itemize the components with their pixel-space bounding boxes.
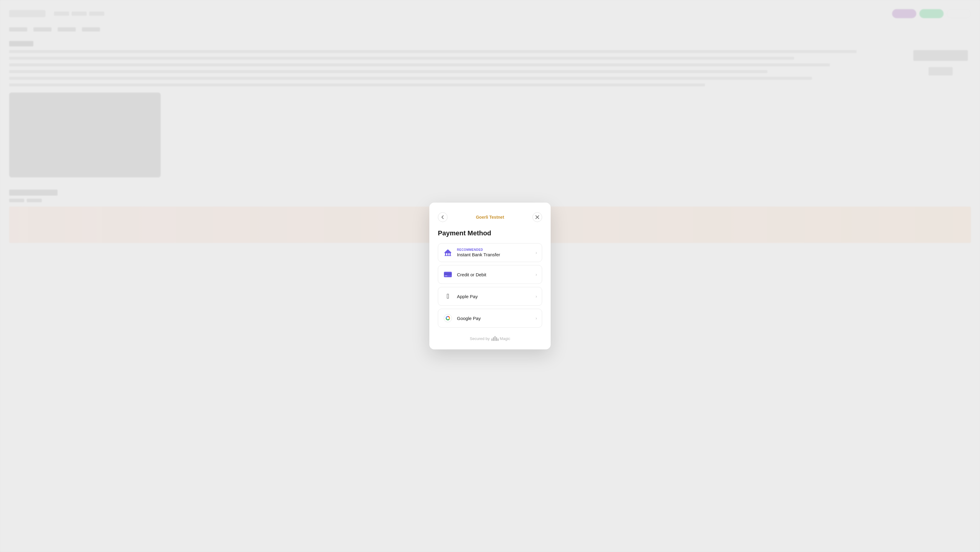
apple-pay-label-group: Apple Pay <box>457 294 536 299</box>
svg-rect-0 <box>444 252 451 253</box>
google-pay-icon <box>443 313 453 323</box>
magic-brand-name: Magic <box>500 336 510 341</box>
payment-option-credit-debit[interactable]: Credit or Debit › <box>438 265 542 284</box>
google-pay-chevron-icon: › <box>536 316 537 321</box>
modal-network-label: Goerli Testnet <box>476 215 504 220</box>
credit-debit-chevron-icon: › <box>536 272 537 277</box>
payment-options-list: RECOMMENDED Instant Bank Transfer › Cred… <box>438 243 542 328</box>
svg-rect-2 <box>447 253 449 255</box>
secured-by-text: Secured by <box>470 336 490 341</box>
svg-rect-8 <box>445 275 447 276</box>
magic-bars-icon <box>492 336 498 341</box>
close-button[interactable] <box>533 212 542 222</box>
svg-rect-1 <box>445 253 446 255</box>
svg-rect-3 <box>450 253 450 255</box>
credit-card-icon <box>443 270 453 279</box>
recommended-badge: RECOMMENDED <box>457 248 536 251</box>
payment-method-modal: Goerli Testnet Payment Method <box>430 203 550 349</box>
magic-logo: Magic <box>492 336 510 341</box>
svg-rect-4 <box>444 255 451 256</box>
google-pay-name: Google Pay <box>457 316 536 321</box>
instant-bank-label-group: RECOMMENDED Instant Bank Transfer <box>457 248 536 257</box>
google-pay-label-group: Google Pay <box>457 316 536 321</box>
credit-debit-name: Credit or Debit <box>457 272 536 277</box>
payment-option-instant-bank[interactable]: RECOMMENDED Instant Bank Transfer › <box>438 243 542 262</box>
svg-point-10 <box>447 317 449 320</box>
svg-rect-7 <box>444 273 452 275</box>
apple-pay-name: Apple Pay <box>457 294 536 299</box>
credit-debit-label-group: Credit or Debit <box>457 272 536 277</box>
instant-bank-name: Instant Bank Transfer <box>457 252 536 257</box>
payment-option-apple-pay[interactable]:  Apple Pay › <box>438 287 542 306</box>
svg-marker-5 <box>444 249 451 252</box>
payment-option-google-pay[interactable]: Google Pay › <box>438 309 542 328</box>
apple-pay-icon:  <box>443 291 453 301</box>
modal-overlay: Goerli Testnet Payment Method <box>0 0 980 552</box>
modal-footer: Secured by Magic <box>438 336 542 341</box>
instant-bank-chevron-icon: › <box>536 250 537 255</box>
modal-header: Goerli Testnet <box>438 212 542 222</box>
modal-title: Payment Method <box>438 229 542 237</box>
bank-icon <box>443 248 453 258</box>
back-button[interactable] <box>438 212 447 222</box>
apple-pay-chevron-icon: › <box>536 294 537 299</box>
